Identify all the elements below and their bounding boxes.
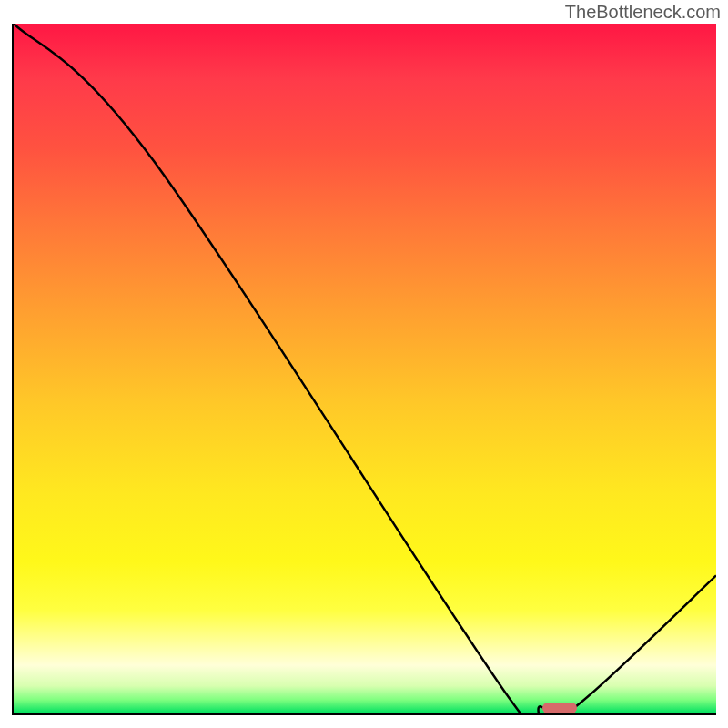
- optimal-range-marker: [542, 703, 578, 713]
- watermark-text: TheBottleneck.com: [565, 2, 721, 23]
- chart-plot-area: [12, 24, 716, 715]
- chart-gradient-background: [14, 24, 716, 713]
